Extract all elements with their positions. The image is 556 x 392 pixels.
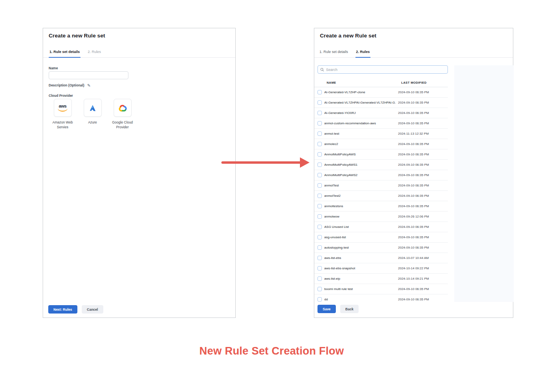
table-row[interactable]: AI-Generated-VL7ZHPAI-Generated-VL7ZHPAI… — [314, 98, 448, 108]
cloud-provider-options: aws Amazon Web Servies Azure — [49, 99, 136, 130]
row-checkbox[interactable] — [317, 225, 322, 229]
table-row[interactable]: anmol-custom-recommendation-aws 2024-09-… — [314, 118, 448, 129]
rule-name: aws-list-ebs — [324, 256, 396, 260]
table-row[interactable]: anmolwow 2024-09-26 12:06 PM — [314, 212, 448, 222]
rules-detail-side-panel — [454, 65, 514, 302]
table-row[interactable]: aws-list-ebs 2024-10-07 10:44 AM — [314, 253, 448, 263]
rule-last-modified: 2024-09-10 06:35 PM — [398, 204, 429, 208]
row-checkbox[interactable] — [317, 256, 322, 260]
row-checkbox[interactable] — [317, 173, 322, 177]
row-checkbox[interactable] — [317, 287, 322, 291]
table-header: NAME LAST MODIFIED — [314, 78, 448, 87]
flow-arrow — [220, 155, 312, 170]
rule-last-modified: 2024-09-10 06:35 PM — [398, 225, 429, 229]
cancel-button[interactable]: Cancel — [82, 305, 103, 314]
back-button[interactable]: Back — [340, 305, 359, 313]
row-checkbox[interactable] — [317, 214, 322, 219]
create-ruleset-dialog-step2: Create a new Rule set 1. Rule set detail… — [314, 28, 513, 318]
column-header-last-modified: LAST MODIFIED — [401, 81, 427, 84]
azure-card[interactable] — [84, 99, 102, 117]
table-row[interactable]: ASG Unused List 2024-09-10 06:35 PM — [314, 222, 448, 232]
rule-last-modified: 2024-09-10 06:35 PM — [398, 184, 429, 187]
tab-rule-set-details[interactable]: 1. Rule set details — [319, 50, 349, 57]
row-checkbox[interactable] — [317, 111, 322, 115]
rule-name: anmolTest — [324, 184, 396, 187]
rule-last-modified: 2024-09-10 06:35 PM — [398, 173, 429, 177]
table-row[interactable]: aws-list-eip 2024-10-14 09:21 PM — [314, 274, 448, 284]
aws-icon: aws — [58, 104, 67, 112]
rule-last-modified: 2024-09-10 06:35 PM — [398, 235, 429, 239]
tab-bar: 1. Rule set details 2. Rules — [314, 47, 513, 58]
row-checkbox[interactable] — [317, 131, 322, 136]
row-checkbox[interactable] — [317, 194, 322, 198]
rule-name: AnmolMultiPolicyAWS2 — [324, 173, 396, 177]
table-row[interactable]: anmolTest2 2024-09-10 06:35 PM — [314, 191, 448, 201]
row-checkbox[interactable] — [317, 100, 322, 105]
rule-last-modified: 2024-09-10 06:35 PM — [398, 163, 429, 167]
table-row[interactable]: anmolec2 2024-09-10 06:35 PM — [314, 139, 448, 149]
save-button[interactable]: Save — [317, 305, 336, 313]
provider-option-azure: Azure — [79, 99, 106, 130]
table-row[interactable]: AI-Generated-YIO0RJ 2024-09-10 06:35 PM — [314, 108, 448, 118]
rule-name: anmolTest2 — [324, 194, 396, 198]
rule-name: dd — [324, 298, 396, 301]
rule-last-modified: 2024-09-10 06:35 PM — [398, 142, 429, 146]
aws-card[interactable]: aws — [54, 99, 72, 117]
rule-name: AI-Generated-VL7ZHP-clone — [324, 90, 396, 94]
rule-last-modified: 2024-09-10 06:35 PM — [398, 111, 429, 115]
tab-rules[interactable]: 2. Rules — [355, 50, 371, 57]
row-checkbox[interactable] — [317, 245, 322, 250]
column-header-name: NAME — [327, 81, 336, 84]
gcp-card[interactable] — [114, 99, 132, 117]
table-row[interactable]: dd 2024-09-10 06:35 PM — [314, 294, 448, 302]
next-rules-button[interactable]: Next: Rules — [48, 305, 77, 314]
row-checkbox[interactable] — [317, 235, 322, 239]
edit-pencil-icon[interactable]: ✎ — [87, 83, 91, 88]
row-checkbox[interactable] — [317, 204, 322, 208]
rule-name: AI-Generated-VL7ZHPAI-Generated-VL7ZHPAI… — [324, 101, 396, 104]
provider-label: Google Cloud Provider — [108, 120, 136, 130]
table-row[interactable]: boomi multi rule test 2024-09-10 06:35 P… — [314, 284, 448, 294]
table-row[interactable]: asg-unused-list 2024-09-10 06:35 PM — [314, 232, 448, 243]
row-checkbox[interactable] — [317, 152, 322, 157]
rule-name: AI-Generated-YIO0RJ — [324, 111, 396, 115]
table-row[interactable]: anmol-test 2024-11-13 12:32 PM — [314, 129, 448, 139]
row-checkbox[interactable] — [317, 121, 322, 125]
tab-rule-set-details[interactable]: 1. Rule set details — [49, 50, 81, 57]
row-checkbox[interactable] — [317, 142, 322, 146]
provider-option-gcp: Google Cloud Provider — [108, 99, 136, 130]
table-row[interactable]: AnmolMultiPolicyAWS 2024-09-10 06:35 PM — [314, 149, 448, 160]
search-input[interactable] — [326, 68, 445, 72]
rule-name: autostopping-test — [324, 246, 396, 249]
rule-last-modified: 2024-09-10 06:35 PM — [398, 246, 429, 249]
table-row[interactable]: anmolTest 2024-09-10 06:35 PM — [314, 180, 448, 191]
rule-name: aws-list-eip — [324, 277, 396, 280]
rule-name: boomi multi rule test — [324, 287, 396, 291]
table-row[interactable]: AnmolMultiPolicyAWS2 2024-09-10 06:35 PM — [314, 170, 448, 180]
rules-table-body: AI-Generated-VL7ZHP-clone 2024-09-10 06:… — [314, 87, 448, 302]
row-checkbox[interactable] — [317, 90, 322, 94]
row-checkbox[interactable] — [317, 163, 322, 167]
row-checkbox[interactable] — [317, 266, 322, 270]
table-row[interactable]: AnmolMultiPolicyAWS1 2024-09-10 06:35 PM — [314, 160, 448, 170]
table-row[interactable]: AI-Generated-VL7ZHP-clone 2024-09-10 06:… — [314, 87, 448, 98]
table-row[interactable]: aws-list-ebs-snapshot 2024-10-14 09:22 P… — [314, 263, 448, 274]
row-checkbox[interactable] — [317, 297, 322, 302]
rule-name: AnmolMultiPolicyAWS — [324, 153, 396, 156]
tab-rules[interactable]: 2. Rules — [87, 50, 102, 57]
row-checkbox[interactable] — [317, 183, 322, 188]
rule-name: anmolec2 — [324, 142, 396, 146]
row-checkbox[interactable] — [317, 276, 322, 281]
rule-last-modified: 2024-09-10 06:35 PM — [398, 122, 429, 125]
rule-last-modified: 2024-09-10 06:35 PM — [398, 153, 429, 156]
table-row[interactable]: autostopping-test 2024-09-10 06:35 PM — [314, 243, 448, 253]
rule-name: anmol-test — [324, 132, 396, 135]
rule-last-modified: 2024-09-10 06:35 PM — [398, 287, 429, 291]
rule-last-modified: 2024-10-14 09:22 PM — [398, 267, 429, 270]
dialog-title: Create a new Rule set — [320, 33, 377, 39]
table-row[interactable]: anmoltestsns 2024-09-10 06:35 PM — [314, 201, 448, 212]
name-input[interactable] — [49, 71, 128, 79]
rule-last-modified: 2024-09-10 06:35 PM — [398, 101, 429, 104]
rule-name: aws-list-ebs-snapshot — [324, 267, 396, 270]
rule-name: anmolwow — [324, 215, 396, 218]
